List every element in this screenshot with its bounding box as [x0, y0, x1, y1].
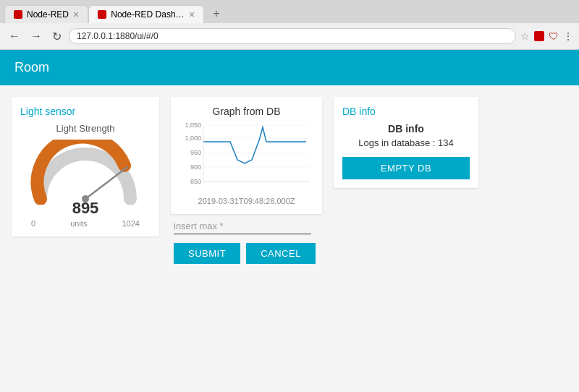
- svg-text:900: 900: [190, 163, 201, 171]
- extension-icon-2[interactable]: 🛡: [549, 30, 559, 42]
- tab-label-2: Node-RED Dashb...: [111, 9, 185, 20]
- cancel-button[interactable]: CANCEL: [246, 243, 316, 264]
- back-button[interactable]: ←: [6, 28, 23, 44]
- extension-icon-1[interactable]: [534, 31, 544, 41]
- node-red-icon: [14, 10, 22, 19]
- svg-text:950: 950: [190, 149, 201, 156]
- svg-text:850: 850: [190, 178, 201, 185]
- forward-button[interactable]: →: [28, 28, 45, 44]
- graph-panel: Graph from DB 1,050 1,000 950 900 850: [171, 97, 322, 214]
- gauge-unit: units: [70, 219, 87, 228]
- svg-text:1,000: 1,000: [185, 135, 201, 142]
- menu-icon[interactable]: ⋮: [563, 30, 573, 42]
- gauge-label: Light Strength: [56, 123, 115, 134]
- db-logs-count: Logs in database : 134: [342, 137, 470, 148]
- browser-chrome: Node-RED × Node-RED Dashb... × + ← → ↻ ☆…: [0, 0, 579, 50]
- page-title: Room: [14, 60, 49, 74]
- node-red-dash-icon: [98, 10, 106, 19]
- tab-bar: Node-RED × Node-RED Dashb... × +: [0, 0, 579, 23]
- tab-node-red[interactable]: Node-RED ×: [4, 5, 88, 23]
- address-bar-row: ← → ↻ ☆ 🛡 ⋮: [0, 23, 579, 49]
- new-tab-button[interactable]: +: [207, 4, 225, 23]
- gauge-container: Light Strength 895 0 units: [20, 123, 151, 228]
- tab-close-2[interactable]: ×: [189, 9, 195, 20]
- form-buttons: SUBMIT CANCEL: [174, 243, 322, 264]
- tab-close-1[interactable]: ×: [73, 9, 79, 20]
- form-area: SUBMIT CANCEL: [171, 218, 322, 264]
- gauge-scale: 0 units 1024: [31, 219, 140, 228]
- graph-svg: 1,050 1,000 950 900 850: [179, 120, 313, 192]
- address-bar-input[interactable]: [69, 28, 516, 44]
- gauge-value: 895: [72, 199, 99, 218]
- db-info-section-title: DB info: [342, 106, 470, 117]
- toolbar-icons: ☆ 🛡 ⋮: [520, 30, 573, 42]
- light-sensor-panel: Light sensor Light Strength 895: [12, 97, 159, 237]
- gauge-max: 1024: [122, 219, 140, 228]
- empty-db-button[interactable]: EMPTY DB: [342, 157, 470, 179]
- light-sensor-title: Light sensor: [20, 106, 151, 117]
- graph-form-area: Graph from DB 1,050 1,000 950 900 850: [171, 97, 322, 264]
- tab-label-1: Node-RED: [27, 9, 69, 20]
- db-info-panel: DB info DB info Logs in database : 134 E…: [334, 97, 478, 188]
- gauge-svg: [28, 140, 143, 205]
- page-content: Room Light sensor Light Strength: [0, 50, 579, 276]
- graph-timestamp: 2019-03-31T09:48:28.000Z: [179, 197, 313, 205]
- insert-max-input[interactable]: [174, 218, 311, 234]
- graph-title: Graph from DB: [179, 106, 313, 117]
- main-area: Light sensor Light Strength 895: [0, 85, 579, 276]
- svg-text:1,050: 1,050: [185, 122, 201, 129]
- tab-node-red-dash[interactable]: Node-RED Dashb... ×: [88, 5, 204, 23]
- refresh-button[interactable]: ↻: [49, 28, 64, 45]
- page-header: Room: [0, 50, 579, 85]
- bookmark-icon[interactable]: ☆: [520, 30, 530, 42]
- gauge-min: 0: [31, 219, 35, 228]
- submit-button[interactable]: SUBMIT: [174, 243, 240, 264]
- db-info-title: DB info: [342, 123, 470, 135]
